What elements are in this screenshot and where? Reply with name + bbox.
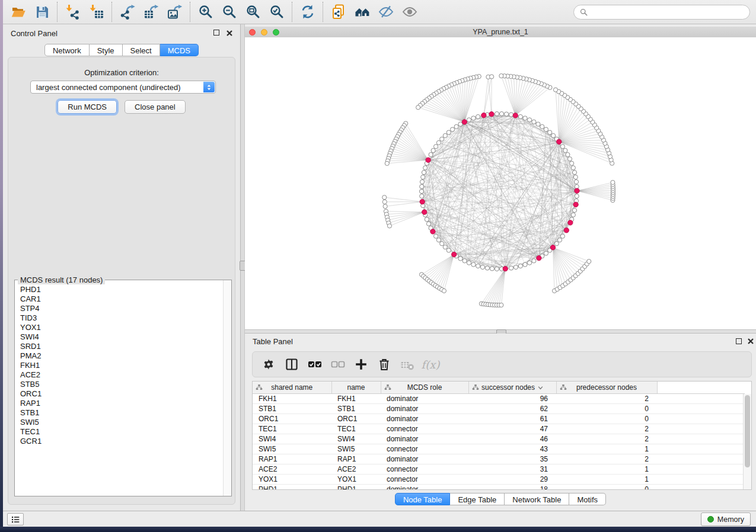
graph-node[interactable] [554, 242, 559, 246]
table-cell[interactable]: YOX1 [331, 475, 381, 485]
table-cell[interactable]: 2 [556, 394, 657, 404]
graph-node[interactable] [436, 140, 441, 145]
mcds-result-item[interactable]: SRD1 [15, 342, 223, 351]
graph-node[interactable] [499, 111, 503, 116]
graph-hub-node[interactable] [462, 120, 467, 124]
mcds-result-item[interactable]: PMA2 [15, 351, 223, 361]
table-cell[interactable]: 0 [556, 414, 657, 424]
table-cell[interactable]: ACE2 [331, 464, 381, 475]
graph-node[interactable] [499, 73, 503, 78]
graph-node[interactable] [471, 116, 476, 120]
graph-node[interactable] [527, 118, 531, 122]
export-image-button[interactable] [163, 1, 187, 23]
delete-column-button[interactable] [377, 357, 392, 372]
mcds-result-item[interactable]: FKH1 [15, 361, 223, 370]
graph-hub-node[interactable] [452, 252, 457, 257]
graph-node[interactable] [442, 289, 446, 293]
select-all-columns-button[interactable] [307, 357, 323, 372]
graph-node[interactable] [458, 257, 462, 261]
table-row[interactable]: SWI4SWI4dominator462 [253, 434, 745, 444]
home-button[interactable] [350, 1, 374, 23]
mcds-result-item[interactable]: RAP1 [15, 399, 223, 408]
tab-network[interactable]: Network [44, 44, 90, 56]
graph-node[interactable] [433, 145, 438, 149]
table-cell[interactable]: dominator [381, 485, 468, 491]
graph-node[interactable] [540, 124, 544, 129]
table-cell[interactable]: 43 [468, 444, 556, 454]
mcds-result-item[interactable]: GCR1 [15, 437, 223, 446]
save-button[interactable] [30, 1, 54, 23]
create-column-button[interactable] [353, 357, 369, 372]
graph-node[interactable] [563, 148, 567, 152]
table-cell[interactable]: 62 [468, 404, 556, 414]
table-cell[interactable]: FKH1 [253, 394, 331, 404]
table-row[interactable]: ACE2ACE2connector311 [253, 464, 745, 475]
graph-node[interactable] [560, 145, 564, 149]
graph-hub-node[interactable] [420, 199, 425, 204]
graph-node[interactable] [467, 118, 471, 122]
graph-node[interactable] [495, 267, 499, 271]
mcds-result-item[interactable]: SWI5 [15, 418, 223, 427]
graph-node[interactable] [548, 130, 552, 134]
table-cell[interactable]: SWI4 [331, 434, 381, 444]
table-cell[interactable]: PHD1 [253, 485, 331, 491]
table-cell[interactable]: ORC1 [331, 414, 381, 424]
table-cell[interactable]: connector [381, 444, 468, 454]
run-mcds-button[interactable]: Run MCDS [58, 100, 117, 114]
table-cell[interactable]: 29 [468, 475, 556, 485]
table-cell[interactable]: dominator [381, 414, 468, 424]
table-cell[interactable]: connector [381, 475, 468, 485]
table-cell[interactable]: SWI5 [331, 444, 381, 454]
table-row[interactable]: TEC1TEC1connector472 [253, 424, 745, 434]
table-cell[interactable]: dominator [381, 394, 468, 404]
graph-node[interactable] [490, 267, 494, 271]
graph-hub-node[interactable] [422, 210, 427, 214]
table-cell[interactable]: ACE2 [253, 464, 331, 475]
zoom-selected-button[interactable] [265, 1, 289, 23]
graph-node[interactable] [476, 114, 480, 118]
clone-network-button[interactable] [327, 1, 350, 23]
graph-hub-node[interactable] [573, 202, 578, 207]
table-scrollbar[interactable] [743, 394, 751, 489]
mcds-result-item[interactable]: SWI4 [15, 332, 223, 342]
mcds-result-item[interactable]: CAR1 [15, 294, 223, 304]
graph-node[interactable] [518, 264, 522, 268]
table-cell[interactable]: STB1 [253, 404, 331, 414]
table-cell[interactable]: RAP1 [253, 454, 331, 464]
table-cell[interactable]: 2 [556, 424, 657, 434]
table-panel-close-button[interactable] [747, 338, 754, 345]
graph-node[interactable] [523, 262, 527, 267]
graph-node[interactable] [462, 259, 467, 263]
vertical-splitter[interactable] [240, 24, 245, 511]
table-row[interactable]: YOX1YOX1connector291 [253, 475, 745, 485]
graph-node[interactable] [476, 264, 480, 268]
graph-node[interactable] [454, 124, 458, 129]
table-settings-button[interactable] [261, 357, 276, 372]
graph-node[interactable] [523, 116, 527, 120]
table-scrollbar-thumb[interactable] [745, 395, 750, 467]
table-cell[interactable]: ORC1 [253, 414, 331, 424]
table-cell[interactable]: SWI4 [253, 434, 331, 444]
mcds-result-item[interactable]: TID3 [15, 313, 223, 323]
graph-node[interactable] [382, 196, 387, 200]
graph-node[interactable] [383, 204, 387, 209]
graphics-details-button[interactable] [374, 1, 398, 23]
show-panels-list-button[interactable] [7, 513, 24, 525]
graph-node[interactable] [509, 266, 513, 270]
graph-node[interactable] [573, 175, 578, 179]
graph-node[interactable] [423, 166, 428, 170]
graph-node[interactable] [571, 166, 575, 170]
graph-hub-node[interactable] [550, 245, 555, 250]
table-cell[interactable]: YOX1 [253, 475, 331, 485]
graph-node[interactable] [467, 261, 471, 265]
graph-node[interactable] [431, 148, 435, 152]
zoom-in-button[interactable] [194, 1, 218, 23]
table-cell[interactable]: SWI5 [253, 444, 331, 454]
table-row[interactable]: FKH1FKH1dominator962 [253, 394, 745, 404]
graph-node[interactable] [551, 133, 556, 137]
import-network-button[interactable] [61, 1, 85, 23]
graph-node[interactable] [527, 261, 531, 265]
tab-network-table[interactable]: Network Table [505, 493, 569, 505]
graph-node[interactable] [574, 180, 578, 184]
graph-node[interactable] [443, 133, 447, 137]
